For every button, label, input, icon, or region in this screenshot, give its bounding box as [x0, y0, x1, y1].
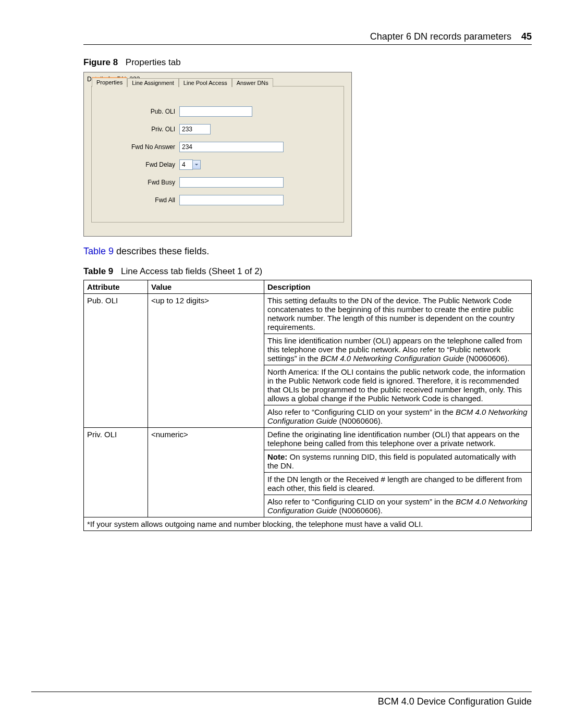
table-9-link[interactable]: Table 9 [83, 246, 114, 256]
priv-oli-label: Priv. OLI [102, 126, 175, 133]
footer-text: BCM 4.0 Device Configuration Guide [31, 696, 532, 707]
cell-attribute: Pub. OLI [84, 294, 148, 428]
figure-title: Properties tab [126, 57, 181, 67]
priv-oli-input[interactable] [179, 124, 211, 134]
figure-caption: Figure 8 Properties tab [83, 57, 532, 68]
fwd-no-answer-label: Fwd No Answer [102, 143, 175, 151]
page-header: Chapter 6 DN records parameters 45 [83, 31, 532, 42]
chapter-title: Chapter 6 DN records parameters [370, 31, 511, 42]
fwd-all-input[interactable] [179, 195, 284, 205]
tab-properties[interactable]: Properties [92, 77, 127, 87]
th-attribute: Attribute [84, 280, 148, 294]
chevron-down-icon[interactable] [193, 160, 201, 169]
th-value: Value [148, 280, 264, 294]
cell-description: Define the originating line identificati… [264, 428, 532, 450]
tabs-pane: Properties Line Assignment Line Pool Acc… [91, 86, 344, 223]
tabs-row: Properties Line Assignment Line Pool Acc… [92, 77, 273, 87]
cell-description: This setting defaults to the DN of the d… [264, 294, 532, 334]
fwd-delay-dropdown[interactable] [179, 159, 201, 170]
bridge-rest: describes these fields. [114, 246, 209, 256]
table-title: Line Access tab fields (Sheet 1 of 2) [121, 266, 262, 276]
cell-value: <up to 12 digits> [148, 294, 264, 428]
line-access-table: Attribute Value Description Pub. OLI<up … [83, 280, 532, 531]
page-number: 45 [521, 31, 532, 42]
cell-description: This line identification number (OLI) ap… [264, 334, 532, 365]
cell-description: If the DN length or the Received # lengt… [264, 473, 532, 495]
bridge-sentence: Table 9 describes these fields. [83, 246, 532, 257]
fwd-busy-input[interactable] [179, 177, 284, 188]
fwd-delay-value[interactable] [179, 159, 193, 170]
fwd-busy-label: Fwd Busy [102, 179, 175, 186]
pub-oli-input[interactable] [179, 106, 252, 117]
tab-line-assignment[interactable]: Line Assignment [127, 78, 179, 87]
cell-description: North America: If the OLI contains the p… [264, 365, 532, 405]
fwd-all-label: Fwd All [102, 196, 175, 204]
pub-oli-label: Pub. OLI [102, 108, 175, 115]
header-rule [83, 44, 532, 45]
table-footnote: *If your system allows outgoing name and… [84, 517, 532, 531]
fwd-no-answer-input[interactable] [179, 142, 284, 152]
properties-tab-screenshot: Details for DN: 233 Properties Line Assi… [83, 72, 352, 237]
table-footnote-row: *If your system allows outgoing name and… [84, 517, 532, 531]
cell-description: Also refer to “Configuring CLID on your … [264, 495, 532, 517]
tab-answer-dns[interactable]: Answer DNs [232, 78, 273, 87]
table-row: Priv. OLI<numeric>Define the originating… [84, 428, 532, 450]
th-description: Description [264, 280, 532, 294]
table-caption: Table 9 Line Access tab fields (Sheet 1 … [83, 266, 532, 277]
footer-rule [31, 692, 532, 692]
figure-label: Figure 8 [83, 57, 118, 67]
fwd-delay-label: Fwd Delay [102, 161, 175, 168]
cell-description: Note: On systems running DID, this field… [264, 450, 532, 473]
cell-value: <numeric> [148, 428, 264, 517]
cell-attribute: Priv. OLI [84, 428, 148, 517]
table-label: Table 9 [83, 266, 113, 276]
cell-description: Also refer to “Configuring CLID on your … [264, 405, 532, 428]
table-row: Pub. OLI<up to 12 digits>This setting de… [84, 294, 532, 334]
tab-line-pool-access[interactable]: Line Pool Access [179, 78, 232, 87]
